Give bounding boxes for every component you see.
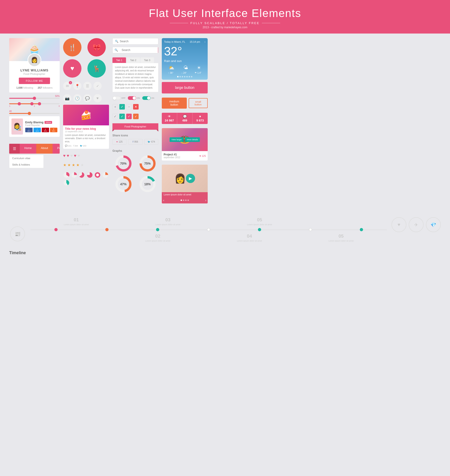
weather-dot-1[interactable] <box>177 76 178 77</box>
tl-node-2[interactable] <box>105 228 108 231</box>
search-bar[interactable]: 🔍 <box>112 38 158 45</box>
slider-2-track[interactable] <box>9 103 60 104</box>
tl-node-1[interactable] <box>54 228 58 231</box>
toggle-3-track[interactable] <box>142 96 151 100</box>
tw-share-icon: 🐦 <box>148 140 150 143</box>
star-2[interactable]: ★ <box>67 163 71 167</box>
rss-badge[interactable]: R 68 k <box>50 128 57 132</box>
search-input[interactable] <box>120 40 156 43</box>
twitter-share-btn[interactable]: 🐦 674 <box>144 139 158 145</box>
camera-icon[interactable]: 📷 <box>63 94 71 102</box>
more-details-button[interactable]: More details <box>185 137 200 142</box>
follow-button[interactable]: FOLLOW ME <box>19 78 50 84</box>
check-filled-3[interactable]: ✓ <box>133 114 139 119</box>
toggle-2-track[interactable] <box>128 96 136 100</box>
weather-next-icon[interactable]: › <box>204 40 205 43</box>
star-4[interactable]: ★ <box>76 163 79 167</box>
dropdown-item-2[interactable]: Skills & hobbies <box>9 161 43 168</box>
video-prev-arrow[interactable]: ‹ <box>163 198 164 202</box>
location-icon[interactable]: 📍 <box>73 82 82 90</box>
tw-badge[interactable]: t 12 k <box>34 128 41 132</box>
video-dot-1[interactable] <box>181 199 182 201</box>
view-larger-button[interactable]: View larger <box>170 137 184 142</box>
heart-circle[interactable]: ♥ <box>63 59 82 78</box>
weather-dot-3[interactable] <box>182 76 183 77</box>
heart-share-btn[interactable]: ♥ 125 <box>112 139 126 145</box>
fork-knife-circle[interactable]: 🍴 <box>63 38 82 56</box>
slider-1-thumb[interactable] <box>33 97 36 100</box>
nav-about[interactable]: About <box>36 144 53 154</box>
small-button[interactable]: small button <box>189 98 208 108</box>
weather-dot-7[interactable] <box>191 76 192 77</box>
video-next-arrow[interactable]: › <box>205 198 206 202</box>
weather-dot-4[interactable] <box>184 76 185 77</box>
medium-button[interactable]: medium button <box>162 98 187 108</box>
video-play-button[interactable]: ▶ <box>186 174 195 183</box>
search-ok-button[interactable]: OK <box>158 47 158 53</box>
nav-portfolio[interactable]: Portfolio <box>53 144 60 154</box>
tl-node-7[interactable] <box>360 228 363 231</box>
x-button[interactable]: ✕ <box>133 104 139 109</box>
add-button[interactable]: + <box>112 104 118 109</box>
check-filled-1[interactable]: ✓ <box>119 114 125 119</box>
tl-text-05-top: Lorem Ipsum dolor sit amet <box>247 223 272 226</box>
menu-icon[interactable]: ☰ <box>83 82 92 90</box>
slider-3-track[interactable] <box>9 113 60 114</box>
fb-share-btn[interactable]: f 956 <box>128 139 142 145</box>
pi-badge[interactable]: p 35 k <box>42 128 49 132</box>
video-dot-4[interactable] <box>188 199 189 201</box>
dropdown-item-1[interactable]: Curriculum vitae <box>9 155 43 161</box>
heart-count: 125 <box>119 140 123 143</box>
slider-2-thumb-3[interactable] <box>38 102 41 105</box>
cloud-icon: ⛅ <box>169 65 174 71</box>
heart-icon[interactable]: ♥ <box>93 94 102 102</box>
user-follow-tag[interactable]: follow <box>45 121 52 124</box>
tl-node-6[interactable] <box>309 228 312 231</box>
news-card: 🍰 Title for your news blog 13 septembre … <box>63 105 109 149</box>
heart-4[interactable]: ♥ <box>74 153 77 158</box>
check-outline-1[interactable]: ✓ <box>112 114 118 119</box>
heart-3[interactable]: ♥ <box>70 153 73 158</box>
check-icon[interactable]: ✓ <box>93 82 102 90</box>
minus-button[interactable]: − <box>126 104 132 109</box>
check-button[interactable]: ✓ <box>119 104 125 109</box>
tl-node-4[interactable] <box>207 228 210 231</box>
search-ok-bar: 🔍 OK <box>112 47 158 53</box>
heart-5[interactable]: ♥ <box>77 153 80 158</box>
likes-stat: ♥ 9 873 <box>193 113 208 124</box>
star-1[interactable]: ★ <box>63 163 66 167</box>
tl-item-01: 01 Lorem Ipsum dolor sit amet <box>64 217 89 226</box>
bow-circle[interactable]: 🎀 <box>87 38 106 56</box>
tl-node-3[interactable] <box>156 228 159 231</box>
video-dot-2[interactable] <box>183 199 184 201</box>
slider-2-thumb-2[interactable] <box>30 102 34 105</box>
chat-icon[interactable]: 💬 <box>83 94 92 102</box>
slider-2-thumb-1[interactable] <box>18 102 21 105</box>
video-dot-3[interactable] <box>185 199 187 201</box>
search-ok-input[interactable] <box>120 47 158 53</box>
tab-2[interactable]: Tab 2 <box>126 57 140 63</box>
hamburger-icon[interactable]: ☰ <box>9 144 20 154</box>
large-button[interactable]: large button <box>162 82 208 93</box>
heart-1[interactable]: ♥ <box>63 153 66 158</box>
mail-icon[interactable]: ✉ 3 <box>63 82 71 90</box>
star-3[interactable]: ★ <box>72 163 75 167</box>
timeline-label: Timeline <box>9 251 26 255</box>
tab-1[interactable]: Tab 1 <box>112 57 126 63</box>
slider-3-thumb[interactable] <box>28 112 31 115</box>
nav-home[interactable]: Home <box>20 144 36 154</box>
slider-1-track[interactable] <box>9 98 60 99</box>
heart-2[interactable]: ♥ <box>67 153 69 158</box>
user-name-row: Emily Blaning follow <box>25 121 57 124</box>
clock-icon[interactable]: 🕐 <box>73 94 82 102</box>
weather-dot-6[interactable] <box>189 76 190 77</box>
tab-3[interactable]: Tab 3 <box>140 57 154 63</box>
tl-node-5[interactable] <box>258 228 261 231</box>
fb-badge[interactable]: f 26 k <box>25 128 33 132</box>
check-filled-2[interactable]: ✓ <box>126 114 132 119</box>
weather-dot-2[interactable] <box>179 76 181 77</box>
toggle-1-track[interactable] <box>112 96 121 100</box>
weather-dot-5[interactable] <box>186 76 188 77</box>
star-5[interactable]: ★ <box>81 163 84 167</box>
deer-circle[interactable]: 🦌 <box>87 59 106 78</box>
